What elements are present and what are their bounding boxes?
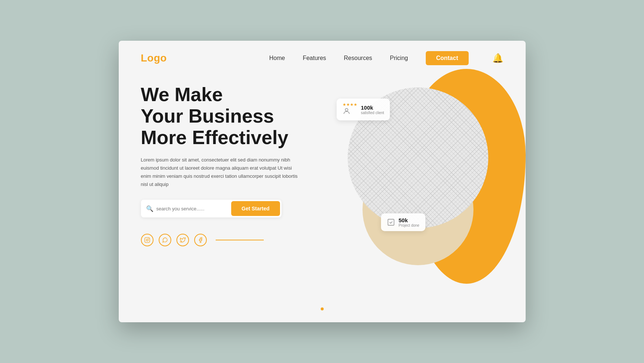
project-icon [387, 218, 395, 226]
get-started-button[interactable]: Get Started [231, 201, 280, 216]
navbar: Logo Home Features Resources Pricing Con… [119, 41, 526, 73]
whatsapp-icon[interactable] [159, 234, 171, 246]
nav-pricing[interactable]: Pricing [390, 55, 408, 61]
bell-icon[interactable]: 🔔 [492, 53, 503, 63]
badge2-number: 50k [399, 217, 419, 223]
logo: Logo [141, 52, 167, 64]
satisfied-client-badge: ★★★★ 100k satisfied client [337, 99, 390, 120]
badge2-text: 50k Project done [399, 217, 419, 227]
slide-dot-indicator[interactable] [321, 307, 324, 310]
badge1-text: 100k satisfied client [361, 104, 384, 115]
person-icon [343, 107, 351, 115]
badge2-label: Project done [399, 223, 419, 227]
social-links [141, 234, 340, 246]
svg-point-1 [146, 239, 148, 241]
social-divider [216, 240, 264, 240]
search-bar: 🔍 Get Started [141, 200, 281, 217]
svg-rect-4 [388, 219, 394, 226]
hero-title: We Make Your Business More Effectively [141, 84, 340, 149]
star-rating: ★★★★ [343, 102, 357, 107]
project-done-badge: 50k Project done [381, 213, 425, 231]
landing-page: Logo Home Features Resources Pricing Con… [119, 41, 526, 322]
instagram-icon[interactable] [141, 234, 154, 246]
hero-section: We Make Your Business More Effectively L… [119, 73, 526, 273]
search-icon: 🔍 [146, 205, 154, 212]
svg-rect-0 [145, 237, 149, 242]
nav-features[interactable]: Features [303, 55, 326, 61]
nav-home[interactable]: Home [269, 55, 285, 61]
badge1-number: 100k [361, 104, 384, 111]
svg-point-3 [345, 109, 348, 111]
nav-resources[interactable]: Resources [344, 55, 372, 61]
nav-links: Home Features Resources Pricing Contact … [269, 51, 503, 65]
twitter-icon[interactable] [176, 234, 189, 246]
hero-left: We Make Your Business More Effectively L… [141, 80, 340, 246]
hero-description: Lorem ipsum dolor sit amet, consectetuer… [141, 156, 300, 189]
badge1-label: satisfied client [361, 111, 384, 115]
badge-star-icon: ★★★★ [343, 102, 357, 117]
facebook-icon[interactable] [194, 234, 207, 246]
svg-point-2 [148, 239, 149, 239]
search-input[interactable] [156, 203, 232, 214]
contact-button[interactable]: Contact [426, 51, 469, 65]
hero-right: ★★★★ 100k satisfied client 50k Project [340, 80, 503, 273]
